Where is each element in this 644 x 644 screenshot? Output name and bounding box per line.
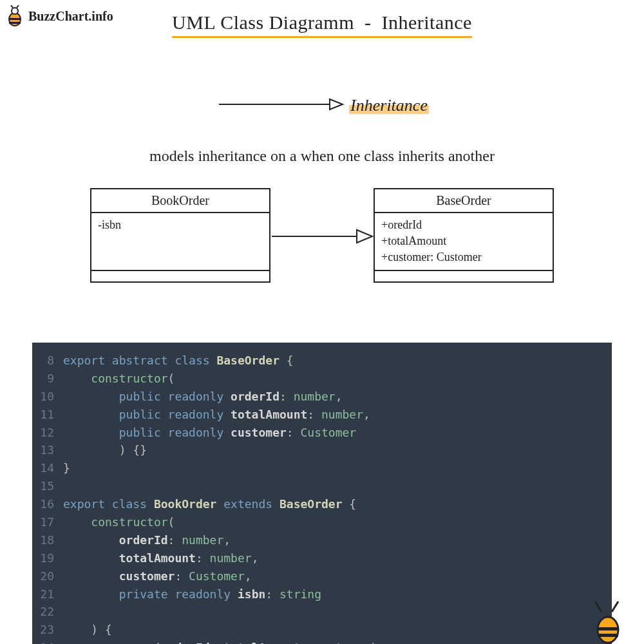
bee-icon (5, 5, 24, 27)
line-number: 11 (32, 406, 63, 424)
svg-line-4 (11, 5, 13, 8)
svg-point-3 (12, 8, 18, 14)
line-number: 16 (32, 495, 63, 513)
uml-class-title: BaseOrder (375, 189, 553, 213)
code-line: 13 ) {} (32, 441, 612, 459)
code-content: totalAmount: number, (63, 549, 258, 567)
code-content: private readonly isbn: string (63, 585, 321, 603)
code-line: 22 (32, 603, 612, 621)
uml-diagram: BookOrder -isbn BaseOrder +oredrId+total… (0, 188, 644, 304)
line-number: 24 (32, 639, 63, 644)
uml-attr: -isbn (98, 217, 263, 233)
brand-text: BuzzChart.info (28, 9, 113, 24)
svg-rect-1 (9, 18, 21, 20)
svg-rect-2 (9, 22, 21, 24)
code-line: 17 constructor( (32, 513, 612, 531)
uml-class-bookorder: BookOrder -isbn (90, 188, 270, 283)
line-number: 23 (32, 621, 63, 639)
uml-attr: +oredrId (381, 217, 546, 233)
code-line: 23 ) { (32, 621, 612, 639)
svg-line-13 (595, 601, 601, 612)
code-content: customer: Customer, (63, 567, 252, 585)
line-number: 22 (32, 603, 63, 621)
code-line: 20 customer: Customer, (32, 567, 612, 585)
code-line: 24 super(orderId, totalAmount, customer)… (32, 639, 612, 644)
line-number: 21 (32, 585, 63, 603)
line-number: 18 (32, 531, 63, 549)
bee-peek-icon (586, 599, 620, 644)
uml-inheritance-arrow (270, 188, 374, 285)
line-number: 20 (32, 567, 63, 585)
line-number: 19 (32, 549, 63, 567)
code-line: 11 public readonly totalAmount: number, (32, 406, 612, 424)
code-line: 8export abstract class BaseOrder { (32, 352, 612, 370)
code-line: 14} (32, 459, 612, 477)
svg-marker-9 (357, 230, 372, 243)
uml-class-methods (91, 271, 269, 281)
code-content: orderId: number, (63, 531, 231, 549)
code-content: export abstract class BaseOrder { (63, 352, 294, 370)
uml-attr: +customer: Customer (381, 249, 546, 265)
code-content: constructor( (63, 513, 175, 531)
code-line: 21 private readonly isbn: string (32, 585, 612, 603)
legend-label: Inheritance (350, 96, 428, 115)
code-line: 18 orderId: number, (32, 531, 612, 549)
line-number: 17 (32, 513, 63, 531)
line-number: 13 (32, 441, 63, 459)
line-number: 15 (32, 477, 63, 495)
page-title: UML Class Diagramm - Inheritance (172, 12, 472, 38)
line-number: 14 (32, 459, 63, 477)
svg-line-5 (17, 5, 19, 8)
inheritance-arrow-icon (216, 97, 345, 115)
brand-logo: BuzzChart.info (5, 5, 113, 27)
code-content: public readonly orderId: number, (63, 388, 343, 406)
code-content: public readonly totalAmount: number, (63, 406, 370, 424)
svg-rect-12 (598, 634, 618, 637)
uml-class-methods (375, 271, 553, 281)
code-line: 10 public readonly orderId: number, (32, 388, 612, 406)
code-content: public readonly customer: Customer (63, 424, 356, 442)
title-sub: Inheritance (381, 12, 471, 33)
code-content: } (63, 459, 70, 477)
code-content: super(orderId, totalAmount, customer); (63, 639, 384, 644)
code-content: export class BookOrder extends BaseOrder… (63, 495, 356, 513)
code-line: 9 constructor( (32, 370, 612, 388)
uml-class-attrs: +oredrId+totalAmount+customer: Customer (375, 213, 553, 271)
uml-class-baseorder: BaseOrder +oredrId+totalAmount+customer:… (374, 188, 554, 283)
uml-class-title: BookOrder (91, 189, 269, 213)
code-line: 19 totalAmount: number, (32, 549, 612, 567)
code-line: 15 (32, 477, 612, 495)
svg-rect-11 (598, 627, 618, 630)
code-content: ) {} (63, 441, 147, 459)
title-main: UML Class Diagramm (172, 12, 354, 33)
code-line: 16export class BookOrder extends BaseOrd… (32, 495, 612, 513)
uml-attr: +totalAmount (381, 233, 546, 249)
uml-class-attrs: -isbn (91, 213, 269, 271)
svg-marker-7 (330, 99, 343, 109)
code-content: constructor( (63, 370, 175, 388)
line-number: 8 (32, 352, 63, 370)
code-content: ) { (63, 621, 112, 639)
description-text: models inheritance on a when one class i… (0, 147, 644, 165)
legend-row: Inheritance (0, 96, 644, 115)
legend-label-text: Inheritance (350, 96, 428, 115)
code-line: 12 public readonly customer: Customer (32, 424, 612, 442)
svg-line-14 (612, 601, 618, 612)
line-number: 9 (32, 370, 63, 388)
code-snippet: 8export abstract class BaseOrder {9 cons… (32, 343, 612, 644)
title-separator: - (365, 12, 372, 33)
line-number: 12 (32, 424, 63, 442)
line-number: 10 (32, 388, 63, 406)
